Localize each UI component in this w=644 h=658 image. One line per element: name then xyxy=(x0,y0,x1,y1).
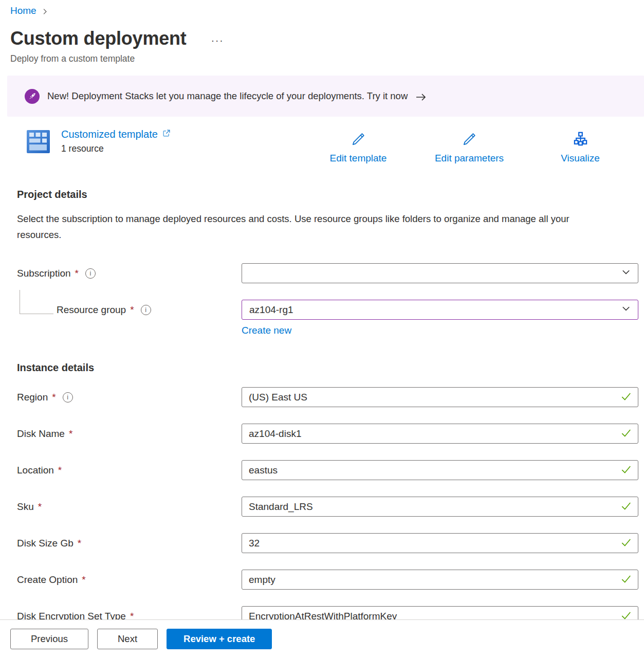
chevron-right-icon xyxy=(42,8,48,15)
edit-template-button[interactable]: Edit template xyxy=(303,131,414,164)
info-icon[interactable]: i xyxy=(63,392,73,403)
sku-row: Sku * xyxy=(17,497,638,517)
footer-action-bar: Previous Next Review + create xyxy=(0,619,644,658)
subscription-label-group: Subscription * i xyxy=(17,268,242,279)
deployment-form: Subscription * i Resource group * i xyxy=(0,263,644,626)
location-label: Location xyxy=(17,465,54,476)
required-marker: * xyxy=(58,465,62,476)
deployment-stacks-banner[interactable]: New! Deployment Stacks let you manage th… xyxy=(7,76,644,117)
disk-name-row: Disk Name * xyxy=(17,424,638,444)
edit-parameters-label: Edit parameters xyxy=(435,153,504,164)
breadcrumb: Home xyxy=(10,5,644,16)
sku-label: Sku xyxy=(17,501,34,513)
required-marker: * xyxy=(78,538,81,549)
template-title-label: Customized template xyxy=(61,129,158,140)
disk-name-label: Disk Name xyxy=(17,428,65,440)
external-link-icon xyxy=(162,129,171,140)
disk-name-input[interactable] xyxy=(242,424,638,444)
info-icon[interactable]: i xyxy=(141,305,151,315)
resource-group-label: Resource group xyxy=(57,304,126,316)
create-new-link[interactable]: Create new xyxy=(242,325,291,336)
resource-group-value: az104-rg1 xyxy=(249,304,293,316)
page-subtitle: Deploy from a custom template xyxy=(10,53,644,64)
template-resource-count: 1 resource xyxy=(61,143,171,154)
required-marker: * xyxy=(130,304,134,316)
resource-group-label-group: Resource group * i xyxy=(17,304,242,316)
create-option-label-group: Create Option * xyxy=(17,574,242,586)
project-details-heading: Project details xyxy=(17,189,644,200)
location-input[interactable] xyxy=(242,460,638,480)
breadcrumb-home-link[interactable]: Home xyxy=(10,5,36,16)
create-new-row: Create new xyxy=(242,325,638,336)
visualize-label: Visualize xyxy=(561,153,600,164)
chevron-down-icon xyxy=(621,267,631,279)
required-marker: * xyxy=(69,428,72,440)
required-marker: * xyxy=(38,501,42,513)
subscription-row: Subscription * i xyxy=(17,263,638,283)
subscription-label: Subscription xyxy=(17,268,71,279)
banner-message: New! Deployment Stacks let you manage th… xyxy=(47,90,408,102)
disk-size-row: Disk Size Gb * xyxy=(17,533,638,553)
sku-label-group: Sku * xyxy=(17,501,242,513)
create-option-label: Create Option xyxy=(17,574,78,586)
edit-parameters-button[interactable]: Edit parameters xyxy=(414,131,525,164)
required-marker: * xyxy=(52,392,56,403)
required-marker: * xyxy=(75,268,79,279)
region-label: Region xyxy=(17,392,48,403)
template-actions: Edit template Edit parameters Visualize xyxy=(303,131,636,164)
create-option-row: Create Option * xyxy=(17,570,638,590)
template-info: Customized template 1 resource xyxy=(27,129,303,155)
visualize-button[interactable]: Visualize xyxy=(525,131,636,164)
template-summary: Customized template 1 resource Edit temp… xyxy=(27,129,636,164)
indent-connector xyxy=(20,290,53,314)
subscription-dropdown[interactable] xyxy=(242,263,638,283)
disk-size-label-group: Disk Size Gb * xyxy=(17,538,242,549)
region-label-group: Region * i xyxy=(17,392,242,403)
template-text: Customized template 1 resource xyxy=(61,129,171,155)
title-row: Custom deployment ··· xyxy=(10,28,644,49)
resource-group-dropdown[interactable]: az104-rg1 xyxy=(242,300,638,320)
region-input[interactable] xyxy=(242,387,638,407)
org-chart-icon xyxy=(573,131,588,150)
chevron-down-icon xyxy=(621,304,631,316)
location-label-group: Location * xyxy=(17,465,242,476)
more-options-button[interactable]: ··· xyxy=(211,35,224,46)
pencil-icon xyxy=(351,131,366,150)
arrow-right-icon xyxy=(415,93,427,102)
sku-input[interactable] xyxy=(242,497,638,517)
info-icon[interactable]: i xyxy=(85,268,96,279)
custom-deployment-page: Home Custom deployment ··· Deploy from a… xyxy=(0,0,644,658)
region-row: Region * i xyxy=(17,387,638,407)
edit-template-label: Edit template xyxy=(330,153,387,164)
project-details-description: Select the subscription to manage deploy… xyxy=(17,211,608,243)
location-row: Location * xyxy=(17,460,638,480)
disk-size-label: Disk Size Gb xyxy=(17,538,73,549)
instance-details-heading: Instance details xyxy=(17,362,644,374)
page-title: Custom deployment xyxy=(10,28,187,49)
template-icon xyxy=(27,130,50,155)
resource-group-row: Resource group * i az104-rg1 xyxy=(17,300,638,320)
customized-template-link[interactable]: Customized template xyxy=(61,129,171,140)
disk-size-gb-input[interactable] xyxy=(242,533,638,553)
rocket-icon xyxy=(25,89,40,104)
previous-button[interactable]: Previous xyxy=(10,629,88,649)
review-create-button[interactable]: Review + create xyxy=(167,629,272,649)
pencil-icon xyxy=(462,131,477,150)
disk-name-label-group: Disk Name * xyxy=(17,428,242,440)
required-marker: * xyxy=(82,574,85,586)
next-button[interactable]: Next xyxy=(97,629,158,649)
create-option-input[interactable] xyxy=(242,570,638,590)
